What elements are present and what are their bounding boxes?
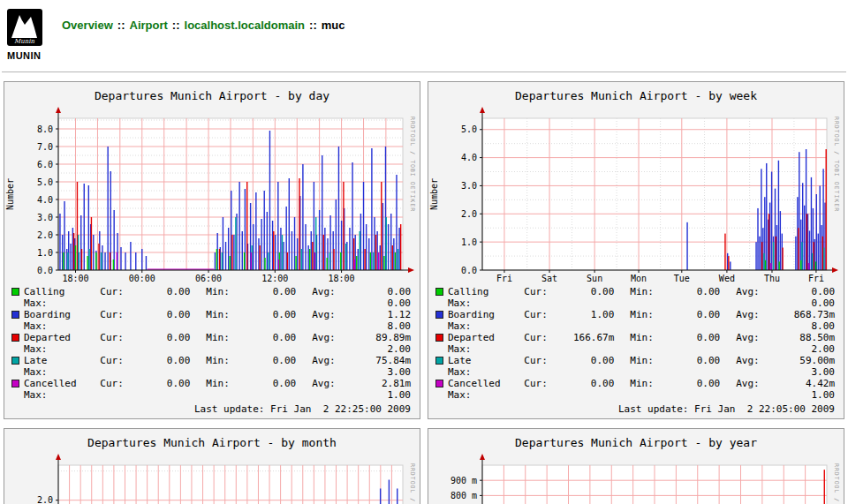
legend-avg-value: 868.73m (772, 309, 835, 320)
svg-text:2.0: 2.0 (37, 495, 53, 504)
legend-series-name: Calling (448, 286, 524, 297)
legend-min-label: Min: (206, 355, 242, 366)
svg-text:3.0: 3.0 (37, 213, 53, 222)
chart-legend: CallingCur:0.00Min:0.00Avg:0.00Max:0.00B… (428, 286, 844, 401)
breadcrumb-overview[interactable]: Overview (62, 19, 113, 32)
legend-row-max: Max:0.00 (428, 297, 844, 309)
legend-cur-value: 0.00 (560, 355, 614, 366)
legend-row: CallingCur:0.00Min:0.00Avg:0.00 (428, 286, 844, 297)
legend-avg-value: 75.84m (348, 355, 411, 366)
legend-min-label: Min: (206, 378, 242, 389)
last-update: Last update: Fri Jan 2 22:25:00 2009 (4, 401, 420, 418)
legend-cur-label: Cur: (524, 355, 560, 366)
legend-min-value: 0.00 (666, 355, 720, 366)
legend-series-name: Late (448, 355, 524, 366)
legend-max-value: 1.00 (388, 389, 412, 401)
legend-max-value: 3.00 (388, 366, 412, 378)
svg-text:4.0: 4.0 (461, 153, 477, 162)
legend-row: CallingCur:0.00Min:0.00Avg:0.00 (4, 286, 420, 297)
legend-avg-label: Avg: (312, 378, 348, 389)
legend-max-label: Max: (448, 320, 485, 332)
legend-max-label: Max: (448, 297, 485, 309)
legend-cur-value: 0.00 (136, 378, 190, 389)
legend-series-name: Departed (448, 332, 524, 343)
legend-series-name: Boarding (448, 309, 524, 320)
legend-color-swatch (11, 357, 19, 365)
svg-text:1.0: 1.0 (37, 248, 53, 258)
chart-canvas: 0.01.02.03.04.05.06.07.08.018:0000:0006:… (5, 104, 419, 284)
legend-cur-label: Cur: (524, 286, 560, 297)
breadcrumb-airport[interactable]: Airport (130, 19, 168, 32)
legend-min-value: 0.00 (666, 332, 720, 343)
svg-text:Wed: Wed (719, 274, 735, 283)
legend-color-swatch (11, 380, 19, 387)
chart-title: Departures Munich Airport - by week (428, 84, 844, 104)
svg-text:Munin: Munin (14, 38, 34, 45)
legend-min-value: 0.00 (242, 332, 296, 343)
munin-logo-text: MUNIN (7, 50, 49, 61)
legend-min-value: 0.00 (666, 286, 720, 297)
legend-avg-value: 88.50m (772, 332, 835, 343)
legend-color-swatch (11, 288, 19, 296)
breadcrumb-muc: muc (322, 19, 345, 32)
legend-row-max: Max:2.00 (428, 343, 844, 355)
legend-row-max: Max:1.00 (428, 389, 844, 401)
legend-row: DepartedCur:166.67mMin:0.00Avg:88.50m (428, 332, 844, 343)
svg-text:900 m: 900 m (450, 476, 477, 485)
legend-avg-label: Avg: (736, 309, 772, 320)
last-update: Last update: Fri Jan 2 22:05:00 2009 (428, 401, 844, 418)
svg-text:RRDTOOL / TOBI OETIKER: RRDTOOL / TOBI OETIKER (833, 463, 840, 504)
legend-cur-value: 166.67m (560, 332, 614, 343)
legend-avg-label: Avg: (312, 309, 348, 320)
svg-text:Fri: Fri (496, 274, 512, 283)
svg-text:2.0: 2.0 (37, 230, 53, 240)
legend-series-name: Cancelled (448, 378, 524, 389)
svg-text:06:00: 06:00 (195, 274, 222, 283)
svg-text:4.0: 4.0 (37, 195, 53, 205)
legend-cur-label: Cur: (100, 332, 136, 343)
svg-text:7.0: 7.0 (37, 142, 53, 152)
chart-title: Departures Munich Airport - by month (4, 431, 420, 451)
breadcrumb-separator: :: (172, 19, 180, 32)
legend-max-label: Max: (24, 389, 61, 401)
chart-canvas: 2.01.0RRDTOOL / TOBI OETIKER (5, 451, 419, 504)
legend-avg-value: 4.42m (772, 378, 835, 389)
svg-text:2.0: 2.0 (461, 209, 477, 219)
legend-cur-label: Cur: (100, 378, 136, 389)
breadcrumb-localhost-localdomain[interactable]: localhost.localdomain (185, 19, 306, 32)
legend-color-swatch (435, 357, 443, 365)
graph-panel-month: Departures Munich Airport - by month2.01… (4, 428, 420, 504)
legend-min-label: Min: (630, 355, 666, 366)
legend-color-swatch (435, 380, 443, 387)
legend-min-value: 0.00 (666, 309, 720, 320)
legend-max-label: Max: (24, 320, 61, 332)
legend-max-label: Max: (24, 366, 61, 378)
legend-cur-value: 0.00 (136, 309, 190, 320)
legend-cur-label: Cur: (100, 309, 136, 320)
legend-row-max: Max:8.00 (428, 320, 844, 332)
legend-color-swatch (435, 288, 443, 296)
legend-min-label: Min: (206, 309, 242, 320)
legend-avg-label: Avg: (312, 286, 348, 297)
legend-max-label: Max: (24, 297, 61, 309)
svg-text:8.0: 8.0 (37, 124, 53, 134)
legend-row-max: Max:8.00 (4, 320, 420, 332)
legend-min-label: Min: (206, 286, 242, 297)
legend-row: CancelledCur:0.00Min:0.00Avg:2.81m (4, 378, 420, 389)
legend-series-name: Boarding (24, 309, 100, 320)
legend-min-label: Min: (630, 378, 666, 389)
legend-min-value: 0.00 (242, 355, 296, 366)
legend-row: BoardingCur:1.00Min:0.00Avg:868.73m (428, 309, 844, 320)
svg-text:1.0: 1.0 (461, 237, 477, 247)
header: Munin MUNIN Overview::Airport::localhost… (0, 0, 848, 61)
legend-min-value: 0.00 (666, 378, 720, 389)
legend-avg-value: 2.81m (348, 378, 411, 389)
breadcrumb: Overview::Airport::localhost.localdomain… (62, 19, 344, 32)
munin-logo[interactable]: Munin MUNIN (7, 9, 49, 61)
legend-cur-value: 0.00 (560, 378, 614, 389)
breadcrumb-separator: :: (117, 19, 125, 32)
legend-avg-label: Avg: (312, 355, 348, 366)
svg-text:Sun: Sun (587, 274, 602, 283)
legend-cur-value: 0.00 (136, 286, 190, 297)
legend-row-max: Max:2.00 (4, 343, 420, 355)
